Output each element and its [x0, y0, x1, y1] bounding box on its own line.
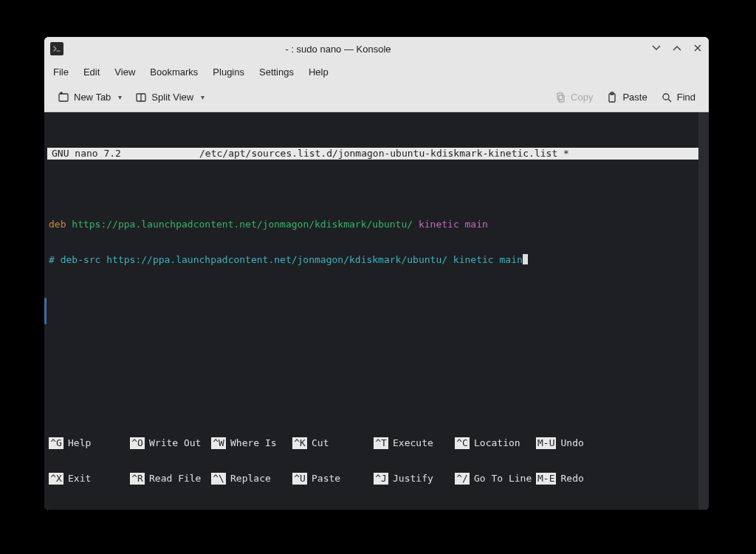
shortcut-exit: ^XExit: [49, 473, 128, 485]
terminal[interactable]: GNU nano 7.2 /etc/apt/sources.list.d/jon…: [47, 112, 698, 510]
shortcut-justify: ^JJustify: [374, 473, 453, 485]
new-tab-button[interactable]: New Tab ▾: [52, 88, 128, 107]
paste-label: Paste: [622, 92, 647, 103]
menu-help[interactable]: Help: [309, 66, 329, 78]
menubar: File Edit View Bookmarks Plugins Setting…: [44, 61, 709, 83]
terminal-scrollbar[interactable]: [698, 112, 709, 510]
svg-point-7: [663, 94, 669, 100]
konsole-window: - : sudo nano — Konsole File Edit View B…: [44, 37, 709, 510]
split-view-button[interactable]: Split View ▾: [129, 88, 210, 107]
maximize-icon[interactable]: [672, 43, 682, 55]
window-title: - : sudo nano — Konsole: [69, 44, 651, 55]
shortcut-redo: M-ERedo: [536, 473, 616, 485]
terminal-container: GNU nano 7.2 /etc/apt/sources.list.d/jon…: [44, 112, 709, 510]
nano-titlebar: GNU nano 7.2 /etc/apt/sources.list.d/jon…: [47, 148, 698, 160]
shortcut-gotoline: ^/Go To Line: [455, 473, 535, 485]
find-button[interactable]: Find: [655, 88, 701, 107]
close-icon[interactable]: [693, 43, 703, 55]
chevron-down-icon: ▾: [201, 93, 205, 101]
nano-version: GNU nano 7.2: [52, 148, 199, 160]
menu-view[interactable]: View: [114, 66, 135, 78]
buffer-line-2: # deb-src https://ppa.launchpadcontent.n…: [49, 254, 697, 266]
konsole-app-icon: [50, 42, 63, 55]
menu-bookmarks[interactable]: Bookmarks: [150, 66, 198, 78]
shortcut-readfile: ^RRead File: [130, 473, 210, 485]
menu-edit[interactable]: Edit: [83, 66, 100, 78]
text-cursor: [523, 254, 528, 264]
shortcut-paste: ^UPaste: [292, 473, 372, 485]
menu-file[interactable]: File: [53, 66, 69, 78]
nano-buffer[interactable]: deb https://ppa.launchpadcontent.net/jon…: [47, 195, 698, 290]
menu-settings[interactable]: Settings: [259, 66, 294, 78]
shortcut-empty: [617, 437, 697, 449]
titlebar: - : sudo nano — Konsole: [44, 37, 709, 61]
toolbar: New Tab ▾ Split View ▾ Copy Paste Find: [44, 83, 709, 112]
shortcut-help: ^GHelp: [49, 437, 128, 449]
buffer-line-1: deb https://ppa.launchpadcontent.net/jon…: [49, 219, 697, 230]
new-tab-label: New Tab: [74, 92, 111, 103]
shortcut-undo: M-UUndo: [536, 437, 616, 449]
shortcut-empty: [617, 473, 697, 485]
find-label: Find: [677, 92, 695, 103]
menu-plugins[interactable]: Plugins: [213, 66, 244, 78]
paste-button[interactable]: Paste: [600, 88, 653, 107]
copy-button: Copy: [549, 88, 599, 107]
shortcut-whereis: ^WWhere Is: [211, 437, 291, 449]
minimize-icon[interactable]: [651, 43, 662, 55]
svg-rect-4: [559, 95, 564, 102]
nano-filename: /etc/apt/sources.list.d/jonmagon-ubuntu-…: [199, 148, 694, 160]
svg-line-8: [668, 99, 671, 102]
shortcut-location: ^CLocation: [455, 437, 535, 449]
svg-rect-3: [557, 93, 563, 100]
shortcut-writeout: ^OWrite Out: [130, 437, 210, 449]
chevron-down-icon: ▾: [118, 93, 122, 101]
shortcut-cut: ^KCut: [292, 437, 372, 449]
split-view-label: Split View: [151, 92, 193, 103]
nano-shortcut-bar: ^GHelp ^OWrite Out ^WWhere Is ^KCut ^TEx…: [47, 414, 698, 510]
shortcut-execute: ^TExecute: [374, 437, 453, 449]
copy-label: Copy: [571, 92, 593, 103]
shortcut-replace: ^\Replace: [211, 473, 291, 485]
svg-rect-0: [59, 94, 68, 101]
